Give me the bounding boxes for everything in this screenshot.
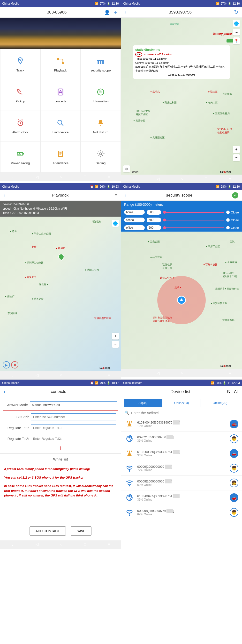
search-row: 🔍 [121,408,242,417]
device-avatar[interactable]: 👦 [230,464,238,472]
device-status: 10% Online [137,424,227,428]
range-school: Close [121,216,242,224]
svg-point-2 [62,62,64,64]
nav-bar: ⌄ ◁ ○ □ ≡ [0,173,121,181]
feature-not-disturb[interactable]: Not disturb [81,111,121,142]
search-input[interactable] [131,411,238,415]
app-header: ‹ contacts [0,386,121,397]
device-avatar[interactable]: 👦 [230,434,238,443]
device-avatar[interactable]: 🚗 [230,420,238,428]
feature-contacts[interactable]: contacts [40,80,81,111]
device-row[interactable]: 607021[3593390756 ]31% Online👦 [121,432,242,446]
feature-track[interactable]: Track [0,49,40,80]
playback-map[interactable]: device: 3593390756 speed：0km Northbound … [0,201,121,371]
all-link[interactable]: All [234,390,238,394]
tab-online[interactable]: Online(13) [162,399,201,407]
back-icon[interactable]: ‹ [125,9,126,16]
add-contact-button[interactable]: ADD CONTACT [30,526,66,536]
play-button[interactable]: ▶ [3,361,10,368]
menu-icon[interactable]: ⋯ [233,29,240,36]
device-avatar[interactable]: 🚗 [230,449,238,458]
tab-all[interactable]: All(36) [124,399,162,407]
svg-point-20 [129,496,130,497]
feature-attendance[interactable]: Attendance [40,142,81,173]
range-value-input[interactable] [147,210,161,215]
answer-mode-select[interactable]: Manual Answer Call [30,401,117,408]
svg-point-1 [57,58,59,60]
playback-info: device: 3593390756 speed：0km Northbound … [0,201,121,216]
device-avatar[interactable]: 👧 [230,478,238,487]
compass-icon[interactable]: ⊕ [123,166,130,172]
nav-home-icon[interactable]: ○ [60,174,62,179]
device-status: 69% Online [137,513,227,516]
device-name: 6103-00350[3593390751 ] [137,450,227,454]
svg-point-8 [60,90,61,92]
add-icon[interactable]: + [114,9,117,16]
back-icon[interactable]: ‹ [125,192,126,198]
feature-pickup[interactable]: Pickup [0,80,40,111]
feature-information[interactable]: Information [81,80,121,111]
range-home: Close [121,208,242,216]
answer-mode-row: Answer Mode Manual Answer Call [3,400,118,410]
confirm-icon[interactable]: ✓ [232,192,238,198]
range-slider[interactable] [163,212,224,213]
nav-down-icon[interactable]: ⌄ [11,174,14,179]
progress-bar[interactable] [20,364,63,365]
reg2-input[interactable] [31,435,116,442]
svg-point-16 [129,437,130,438]
zoom-in-icon[interactable]: + [233,146,240,153]
nav-recent-icon[interactable]: □ [84,174,86,179]
locate-icon[interactable]: 📍 [233,38,240,44]
save-button[interactable]: SAVE [71,526,91,536]
app-header: ‹ 3593390756 ↻ [121,7,242,18]
device-row[interactable]: 6103-00350[3593390751 ]30% Online🚗 [121,446,242,461]
refresh-icon[interactable]: ↻ [234,9,238,16]
refresh-icon[interactable]: ↻ [226,389,231,394]
status-bar: China Telecom 📶88%🔋11:42 AM [121,380,242,386]
device-avatar[interactable]: 🚗 [230,493,238,502]
device-id: 3593390756 [126,10,234,15]
feature-find-device[interactable]: Find device [40,111,81,142]
range-name-input[interactable] [124,210,145,215]
device-row[interactable]: 6103-00485[3593390751 ]31% Online🚗 [121,490,242,505]
device-type-icon [125,493,134,502]
back-icon[interactable]: ‹ [4,388,5,395]
zoom-in-icon[interactable]: + [112,333,119,340]
device-type-icon [125,508,134,517]
back-icon[interactable]: ‹ [4,192,5,198]
range-office: Close [121,224,242,232]
reg1-input[interactable] [31,424,116,431]
device-row[interactable]: 609998[3593390756 ]69% Online👦 [121,505,242,520]
device-avatar[interactable]: 👦 [230,508,238,517]
device-status: 72% Online [137,468,227,472]
list-icon[interactable]: ≡ [115,193,117,198]
reg2-row: Regulate Tel2: [4,433,117,444]
close-toggle[interactable]: Close [226,210,239,214]
nav-back-icon[interactable]: ◁ [36,174,39,179]
device-name: 00008[2000000000 ] [137,480,227,483]
map-view[interactable]: 国友旅馆 ● 洪浪北 光明快车 ● 勤诚达和园 ● 海关大厦 深圳市正中兴科技工… [121,18,242,174]
zoom-out-icon[interactable]: − [233,154,240,161]
feature-setting[interactable]: Setting [81,142,121,173]
zoom-out-icon[interactable]: − [112,341,119,348]
app-header: ‹ Playback ≡ [0,190,121,201]
profile-icon[interactable]: 👤 [104,10,110,15]
geofence-map[interactable]: ● 宝安公园 ● 甲岸工业区 宝鸿 ● 岭下花园 瑞德电子有限公司 ● 百财科技… [121,232,242,369]
tab-offline[interactable]: Offline(20) [201,399,239,407]
svg-rect-3 [97,61,99,64]
device-row[interactable]: 6103-00420[3593339075 ]10% Online🚗 [121,417,242,432]
nav-menu-icon[interactable]: ≡ [108,174,110,179]
feature-playback[interactable]: Playback [40,49,81,80]
globe-icon[interactable]: 🌐 [233,20,240,27]
feature-power-saving[interactable]: Power saving [0,142,40,173]
device-type-icon [125,419,134,429]
sos-input[interactable] [31,414,116,420]
globe-icon[interactable]: 🌐 [112,220,119,227]
help-text-3: In case of the GPS tracker send SOS requ… [0,482,121,500]
whitelist-section[interactable]: White list [0,454,121,464]
feature-alarm-clock[interactable]: Alarm clock [0,111,40,142]
feature-security-scope[interactable]: security scope [81,49,121,80]
stop-button[interactable]: ■ [11,361,18,368]
device-row[interactable]: 00009[2000000000 ]72% Online👦 [121,461,242,476]
device-row[interactable]: 00008[2000000000 ]62% Online👧 [121,476,242,490]
